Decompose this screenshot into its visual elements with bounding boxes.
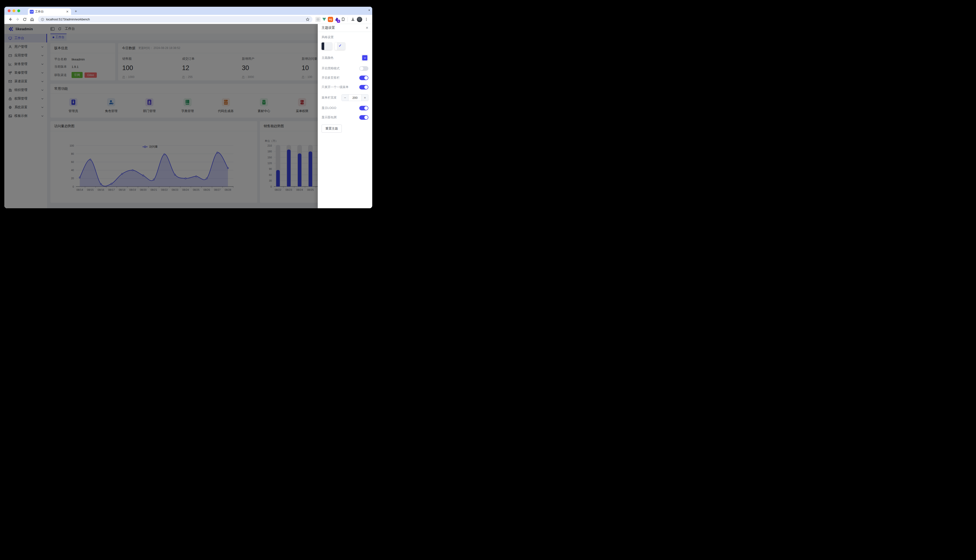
selected-check-icon: ✓ [339, 43, 342, 48]
window-controls [8, 9, 20, 12]
single-menu-label: 只展开一个一级菜单 [322, 85, 349, 89]
theme-color-picker[interactable] [361, 54, 368, 62]
chevron-down-icon [364, 57, 366, 59]
browser-tabstrip: LA 工作台 ✕ + ▾ [4, 7, 372, 15]
desktop-background: LA 工作台 ✕ + ▾ localhost:5173/admin [0, 0, 376, 216]
theme-color-label: 主题颜色 [322, 56, 334, 60]
tab-search-chevron-icon[interactable]: ▾ [368, 8, 370, 12]
drawer-backdrop[interactable] [4, 24, 372, 208]
site-info-icon[interactable] [41, 18, 44, 21]
back-icon[interactable] [7, 16, 13, 23]
show-breadcrumb-toggle[interactable] [359, 115, 368, 120]
new-tab-button[interactable]: + [73, 8, 79, 14]
style-section-label: 风格设置 [322, 35, 368, 39]
drawer-title: 主题设置 [322, 26, 335, 30]
tab-close-icon[interactable]: ✕ [65, 10, 69, 13]
light-sidebar-preview-icon [334, 42, 337, 50]
url-text: localhost:5173/admin/workbench [46, 18, 304, 21]
reset-theme-button[interactable]: 重置主题 [322, 125, 342, 133]
show-breadcrumb-label: 显示面包屑 [322, 115, 337, 120]
tab-title: 工作台 [35, 10, 64, 14]
close-window-button[interactable] [8, 9, 10, 12]
increase-width-button[interactable]: + [362, 95, 368, 101]
sq-extension-icon[interactable]: SQ [328, 17, 333, 22]
toolbar-divider [348, 17, 348, 22]
multi-tab-toggle[interactable] [359, 76, 368, 80]
menu-width-label: 菜单栏宽度 [322, 96, 337, 100]
react-devtools-icon[interactable] [315, 17, 321, 22]
tab-favicon: LA [30, 10, 33, 14]
minimize-window-button[interactable] [12, 9, 15, 12]
show-logo-label: 显示LOGO [322, 106, 336, 110]
extensions-puzzle-icon[interactable] [340, 17, 346, 22]
bookmark-star-icon[interactable] [306, 18, 309, 22]
home-icon[interactable] [29, 16, 35, 23]
dark-mode-toggle[interactable] [359, 66, 368, 71]
vue-devtools-icon[interactable] [322, 17, 327, 22]
style-option-light[interactable]: ✓ [334, 42, 345, 50]
zoom-window-button[interactable] [17, 9, 20, 12]
decrease-width-button[interactable]: − [342, 95, 348, 101]
purple-extension-icon[interactable]: 5 [334, 17, 339, 22]
address-bar[interactable]: localhost:5173/admin/workbench [38, 16, 313, 23]
style-option-dark-sidebar[interactable] [322, 42, 332, 50]
reload-icon[interactable] [22, 16, 28, 23]
admin-page: likeadmin 工作台 用户管理 应用管理 [4, 24, 372, 208]
menu-width-value[interactable]: 200 [348, 95, 362, 101]
close-icon[interactable]: ✕ [366, 26, 368, 30]
theme-settings-drawer: 主题设置 ✕ 风格设置 ✓ 主题颜色 [318, 24, 372, 208]
multi-tab-label: 开启多页签栏 [322, 76, 339, 80]
browser-toolbar: localhost:5173/admin/workbench SQ 5 [4, 15, 372, 24]
single-menu-toggle[interactable] [359, 85, 368, 90]
menu-width-stepper: − 200 + [341, 94, 368, 101]
dark-mode-label: 开启黑暗模式 [322, 67, 339, 70]
browser-window: LA 工作台 ✕ + ▾ localhost:5173/admin [4, 7, 372, 208]
dark-sidebar-preview-icon [322, 42, 324, 50]
profile-avatar[interactable] [357, 17, 362, 22]
show-logo-toggle[interactable] [359, 106, 368, 110]
extension-badge: 5 [337, 20, 340, 23]
forward-icon[interactable] [14, 16, 21, 23]
kebab-menu-icon[interactable] [363, 16, 369, 23]
browser-tab[interactable]: LA 工作台 ✕ [28, 8, 71, 15]
downloads-icon[interactable] [350, 16, 356, 23]
